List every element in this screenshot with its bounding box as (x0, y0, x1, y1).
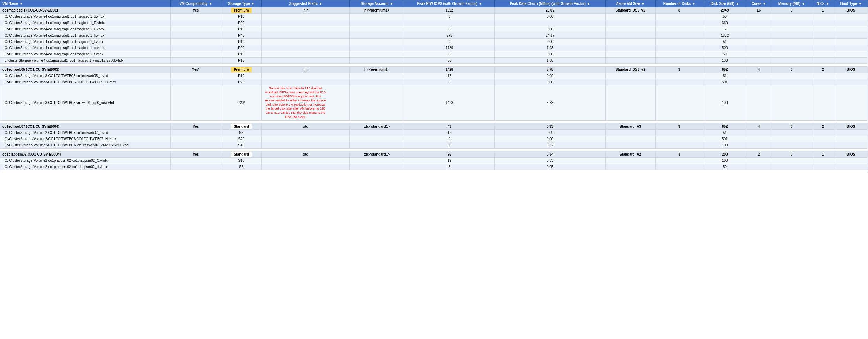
disk-storage-type-cell: P10 (221, 51, 262, 58)
vm-cell-vm-compat: Yes (171, 151, 221, 157)
vm-cell-storage-account: xtc<standard1> (350, 123, 404, 129)
disk-boot-type-cell (834, 164, 868, 170)
vm-cell-boot-type: BIOS (834, 151, 868, 157)
disk-cores-cell (746, 32, 771, 39)
disk-memory-cell (771, 39, 812, 45)
vm-cell-num-disks: 3 (655, 151, 703, 157)
disk-cores-cell (746, 45, 771, 51)
col-header-peak-churn[interactable]: Peak Data Churn (MBps) (with Growth Fact… (495, 0, 605, 7)
sort-icon: ▼ (826, 2, 829, 6)
disk-prefix-cell (262, 157, 350, 164)
col-header-vm-compat[interactable]: VM Compatibility▼ (171, 0, 221, 7)
disk-boot-type-cell (834, 157, 868, 164)
disk-storage-type-cell: P10 (221, 39, 262, 45)
disk-row: C:-ClusterStorage-Volume4-co1magicsql1-c… (0, 26, 868, 32)
col-header-boot-type[interactable]: Boot Type▼ (834, 0, 868, 7)
col-header-storage-type[interactable]: Storage Type▼ (221, 0, 262, 7)
disk-compat-cell (171, 73, 221, 79)
col-header-disk-size[interactable]: Disk Size (GB)▼ (703, 0, 746, 7)
col-header-peak-rw[interactable]: Peak R/W IOPS (with Growth Factor)▼ (404, 0, 495, 7)
disk-num-disks-cell (655, 32, 703, 39)
disk-size-cell: 500 (703, 45, 746, 51)
sort-icon: ▼ (802, 2, 805, 6)
vm-cell-vm-name: co1magicsql1 (CO1-CU-SV-EE001) (0, 7, 171, 14)
vm-cell-vm-name: co1piappsm02 (CO1-CU-SV-EB004) (0, 151, 171, 157)
disk-cores-cell (746, 157, 771, 164)
vm-cell-num-disks: 3 (655, 67, 703, 73)
disk-memory-cell (771, 14, 812, 20)
disk-peak-churn-cell: 0.33 (495, 157, 605, 164)
vm-cell-peak-rw: 26 (404, 151, 495, 157)
col-header-suggested-prefix[interactable]: Suggested Prefix▼ (262, 0, 350, 7)
vm-cell-suggested-prefix: hlr (262, 7, 350, 14)
sort-icon: ▼ (587, 2, 590, 6)
disk-size-cell: 360 (703, 20, 746, 26)
disk-prefix-cell: Source disk size maps to P10 disk but wo… (262, 85, 350, 121)
disk-peak-rw-cell: 8 (404, 164, 495, 170)
disk-peak-rw-cell: 0 (404, 51, 495, 58)
sort-icon: ▼ (641, 2, 645, 6)
disk-row: C:-ClusterStorage-Volume4-co1magicsql1-c… (0, 32, 868, 39)
col-header-storage-account[interactable]: Storage Account▼ (350, 0, 404, 7)
disk-storage-type-cell: S20 (221, 136, 262, 142)
disk-boot-type-cell (834, 20, 868, 26)
vm-cell-nics: 1 (812, 7, 834, 14)
disk-azure-vm-cell (605, 73, 655, 79)
vm-cell-cores: 4 (746, 123, 771, 129)
disk-name-cell: C:-ClusterStorage-Volume4-co1magicsql1-c… (0, 51, 171, 58)
disk-storage-type-cell: P10 (221, 58, 262, 64)
disk-storage-account-cell (350, 142, 404, 148)
disk-name-cell: c:-clusterStorage-volume4-co1magicsql1- … (0, 58, 171, 64)
disk-nics-cell (812, 32, 834, 39)
vm-cell-storage-type: Standard (221, 123, 262, 129)
col-header-vm-name[interactable]: VM Name▼ (0, 0, 171, 7)
disk-azure-vm-cell (605, 142, 655, 148)
disk-storage-type-cell: S10 (221, 157, 262, 164)
sort-icon: ▼ (251, 2, 254, 6)
disk-storage-type-cell: P20 (221, 45, 262, 51)
disk-azure-vm-cell (605, 157, 655, 164)
spacer-row (0, 170, 868, 173)
disk-memory-cell (771, 164, 812, 170)
sort-icon: ▼ (763, 2, 766, 6)
disk-peak-rw-cell: 17 (404, 73, 495, 79)
disk-azure-vm-cell (605, 32, 655, 39)
vm-cell-disk-size: 652 (703, 67, 746, 73)
disk-peak-churn-cell: 0.00 (495, 26, 605, 32)
disk-peak-churn-cell: 0.00 (495, 136, 605, 142)
disk-row: C:-ClusterStorage-Volume3-CO1ECITWEB05-c… (0, 73, 868, 79)
vm-cell-boot-type: BIOS (834, 7, 868, 14)
disk-nics-cell (812, 39, 834, 45)
vm-cell-storage-type: Premium (221, 67, 262, 73)
storage-type-badge: Premium (231, 67, 252, 72)
disk-memory-cell (771, 142, 812, 148)
col-header-num-disks[interactable]: Number of Disks▼ (655, 0, 703, 7)
col-header-azure-vm[interactable]: Azure VM Size▼ (605, 0, 655, 7)
col-header-memory[interactable]: Memory (MB)▼ (771, 0, 812, 7)
disk-compat-cell (171, 129, 221, 136)
disk-prefix-cell (262, 136, 350, 142)
vm-cell-peak-rw: 1922 (404, 7, 495, 14)
disk-size-cell: 51 (703, 129, 746, 136)
disk-name-cell: C:-ClusterStorage-Volume2-co1piappsm02-c… (0, 157, 171, 164)
vm-row: co1ecitweb05 (CO1-CU-SV-EB003)Yes*Premiu… (0, 67, 868, 73)
disk-storage-account-cell (350, 85, 404, 121)
vm-cell-storage-account: hlr<premium1> (350, 7, 404, 14)
disk-size-cell: 50 (703, 14, 746, 20)
disk-peak-churn-cell: 0.00 (495, 14, 605, 20)
disk-peak-rw-cell: 0 (404, 14, 495, 20)
disk-name-cell: C:-ClusterStorage-Volume4-co1magicsql1-c… (0, 39, 171, 45)
disk-storage-type-cell: P40 (221, 32, 262, 39)
disk-storage-account-cell (350, 14, 404, 20)
disk-row: C:-ClusterStorage-Volume3-CO1ECITWEB05-v… (0, 85, 868, 121)
col-header-nics[interactable]: NICs▼ (812, 0, 834, 7)
vm-cell-peak-churn: 5.78 (495, 67, 605, 73)
col-header-cores[interactable]: Cores▼ (746, 0, 771, 7)
spacer-row (0, 120, 868, 123)
vm-assessment-table: VM Name▼VM Compatibility▼Storage Type▼Su… (0, 0, 868, 173)
disk-size-cell: 1832 (703, 32, 746, 39)
disk-num-disks-cell (655, 85, 703, 121)
disk-cores-cell (746, 85, 771, 121)
disk-compat-cell (171, 20, 221, 26)
disk-storage-account-cell (350, 73, 404, 79)
